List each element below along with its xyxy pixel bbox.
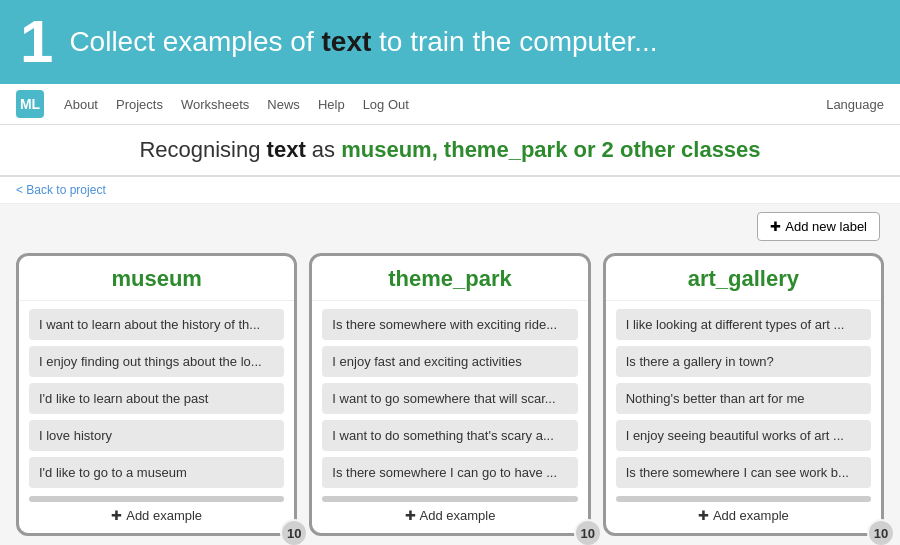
nav-projects[interactable]: Projects: [116, 97, 163, 112]
list-item: Nothing's better than art for me: [616, 383, 871, 414]
subtitle-bar: Recognising text as museum, theme_park o…: [0, 125, 900, 177]
subtitle-middle: as: [306, 137, 341, 162]
list-item: I enjoy seeing beautiful works of art ..…: [616, 420, 871, 451]
top-banner: 1 Collect examples of text to train the …: [0, 0, 900, 84]
add-example-theme-park-button[interactable]: ✚ Add example: [405, 508, 496, 523]
list-item: Is there somewhere I can see work b...: [616, 457, 871, 488]
column-museum-footer: ✚ Add example: [19, 502, 294, 525]
navbar: ML About Projects Worksheets News Help L…: [0, 84, 900, 125]
add-example-label: Add example: [420, 508, 496, 523]
add-example-museum-button[interactable]: ✚ Add example: [111, 508, 202, 523]
column-theme-park-items: Is there somewhere with exciting ride...…: [312, 301, 587, 496]
list-item: I'd like to learn about the past: [29, 383, 284, 414]
back-link[interactable]: < Back to project: [0, 177, 900, 204]
column-art-gallery-header: art_gallery: [606, 256, 881, 301]
list-item: Is there somewhere I can go to have ...: [322, 457, 577, 488]
nav-worksheets[interactable]: Worksheets: [181, 97, 249, 112]
nav-links: About Projects Worksheets News Help Log …: [64, 97, 806, 112]
column-art-gallery-items: I like looking at different types of art…: [606, 301, 881, 496]
nav-logo: ML: [16, 90, 44, 118]
column-art-gallery: art_gallery I like looking at different …: [603, 253, 884, 536]
list-item: I want to do something that's scary a...: [322, 420, 577, 451]
add-example-art-gallery-button[interactable]: ✚ Add example: [698, 508, 789, 523]
list-item: I enjoy fast and exciting activities: [322, 346, 577, 377]
subtitle-prefix: Recognising: [139, 137, 266, 162]
plus-icon: ✚: [770, 219, 781, 234]
list-item: Is there somewhere with exciting ride...: [322, 309, 577, 340]
columns-area: museum I want to learn about the history…: [0, 245, 900, 545]
nav-about[interactable]: About: [64, 97, 98, 112]
column-theme-park-footer: ✚ Add example: [312, 502, 587, 525]
nav-news[interactable]: News: [267, 97, 300, 112]
add-label-button[interactable]: ✚ Add new label: [757, 212, 880, 241]
nav-logout[interactable]: Log Out: [363, 97, 409, 112]
add-example-label: Add example: [713, 508, 789, 523]
subtitle-classes: museum, theme_park or 2 other classes: [341, 137, 760, 162]
column-museum-header: museum: [19, 256, 294, 301]
plus-icon: ✚: [405, 508, 416, 523]
step-number: 1: [20, 12, 53, 72]
museum-count-badge: 10: [280, 519, 308, 545]
column-art-gallery-footer: ✚ Add example: [606, 502, 881, 525]
art-gallery-count-badge: 10: [867, 519, 895, 545]
toolbar: ✚ Add new label: [0, 204, 900, 245]
column-museum-items: I want to learn about the history of th.…: [19, 301, 294, 496]
list-item: I'd like to go to a museum: [29, 457, 284, 488]
banner-prefix: Collect examples of: [69, 26, 321, 57]
banner-text: Collect examples of text to train the co…: [69, 26, 657, 58]
list-item: I enjoy finding out things about the lo.…: [29, 346, 284, 377]
column-theme-park: theme_park Is there somewhere with excit…: [309, 253, 590, 536]
theme-park-count-badge: 10: [574, 519, 602, 545]
subtitle-word: text: [267, 137, 306, 162]
list-item: I want to learn about the history of th.…: [29, 309, 284, 340]
plus-icon: ✚: [111, 508, 122, 523]
list-item: Is there a gallery in town?: [616, 346, 871, 377]
list-item: I like looking at different types of art…: [616, 309, 871, 340]
nav-language[interactable]: Language: [826, 97, 884, 112]
list-item: I want to go somewhere that will scar...: [322, 383, 577, 414]
banner-suffix: to train the computer...: [371, 26, 657, 57]
add-example-label: Add example: [126, 508, 202, 523]
nav-help[interactable]: Help: [318, 97, 345, 112]
add-label-text: Add new label: [785, 219, 867, 234]
plus-icon: ✚: [698, 508, 709, 523]
column-museum: museum I want to learn about the history…: [16, 253, 297, 536]
column-theme-park-header: theme_park: [312, 256, 587, 301]
banner-highlight: text: [321, 26, 371, 57]
list-item: I love history: [29, 420, 284, 451]
